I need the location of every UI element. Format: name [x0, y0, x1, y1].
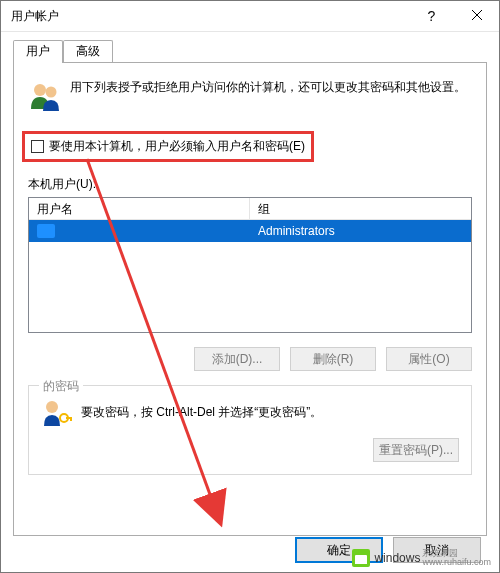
- tab-strip: 用户 高级: [13, 40, 487, 62]
- watermark-brand: windows: [374, 551, 420, 565]
- require-login-checkbox[interactable]: [31, 140, 44, 153]
- properties-button[interactable]: 属性(O): [386, 347, 472, 371]
- close-icon: [472, 9, 482, 23]
- svg-point-2: [34, 84, 46, 96]
- require-login-row[interactable]: 要使用本计算机，用户必须输入用户名和密码(E): [22, 131, 314, 162]
- remove-button[interactable]: 删除(R): [290, 347, 376, 371]
- close-button[interactable]: [454, 1, 499, 31]
- titlebar: 用户帐户 ?: [1, 1, 499, 32]
- watermark-site: www.ruhaifu.com: [422, 558, 491, 567]
- password-group-title: 的密码: [39, 378, 83, 395]
- intro-row: 用下列表授予或拒绝用户访问你的计算机，还可以更改其密码和其他设置。: [28, 79, 472, 113]
- svg-rect-7: [70, 417, 72, 421]
- tab-advanced[interactable]: 高级: [63, 40, 113, 63]
- users-icon: [28, 79, 62, 113]
- cell-group: Administrators: [250, 224, 471, 238]
- svg-point-3: [46, 87, 57, 98]
- tab-users[interactable]: 用户: [13, 40, 63, 63]
- user-accounts-dialog: 用户帐户 ? 用户 高级: [0, 0, 500, 573]
- add-button[interactable]: 添加(D)...: [194, 347, 280, 371]
- help-button[interactable]: ?: [409, 1, 454, 31]
- tab-panel-users: 用下列表授予或拒绝用户访问你的计算机，还可以更改其密码和其他设置。 要使用本计算…: [13, 62, 487, 536]
- window-title: 用户帐户: [11, 8, 59, 25]
- cell-username: [29, 224, 250, 238]
- local-users-label: 本机用户(U):: [28, 176, 472, 193]
- password-text: 要改密码，按 Ctrl-Alt-Del 并选择“更改密码”。: [81, 404, 322, 421]
- table-row[interactable]: Administrators: [29, 220, 471, 242]
- listview-header: 用户名 组: [29, 198, 471, 220]
- password-groupbox: 的密码 要改密码，按 Ctrl-Alt-Del 并选择“更改密码”。: [28, 385, 472, 475]
- watermark: windows 系统家园 www.ruhaifu.com: [348, 548, 495, 568]
- user-buttons-row: 添加(D)... 删除(R) 属性(O): [28, 347, 472, 371]
- svg-point-4: [46, 401, 58, 413]
- help-icon: ?: [428, 8, 436, 24]
- key-icon: [41, 396, 73, 428]
- require-login-label: 要使用本计算机，用户必须输入用户名和密码(E): [49, 138, 305, 155]
- users-listview[interactable]: 用户名 组 Administrators: [28, 197, 472, 333]
- window-buttons: ?: [409, 1, 499, 31]
- reset-password-button[interactable]: 重置密码(P)...: [373, 438, 459, 462]
- intro-text: 用下列表授予或拒绝用户访问你的计算机，还可以更改其密码和其他设置。: [70, 79, 466, 113]
- watermark-logo-icon: [352, 549, 370, 567]
- user-icon: [37, 224, 55, 238]
- col-username[interactable]: 用户名: [29, 198, 250, 220]
- col-group[interactable]: 组: [250, 198, 471, 220]
